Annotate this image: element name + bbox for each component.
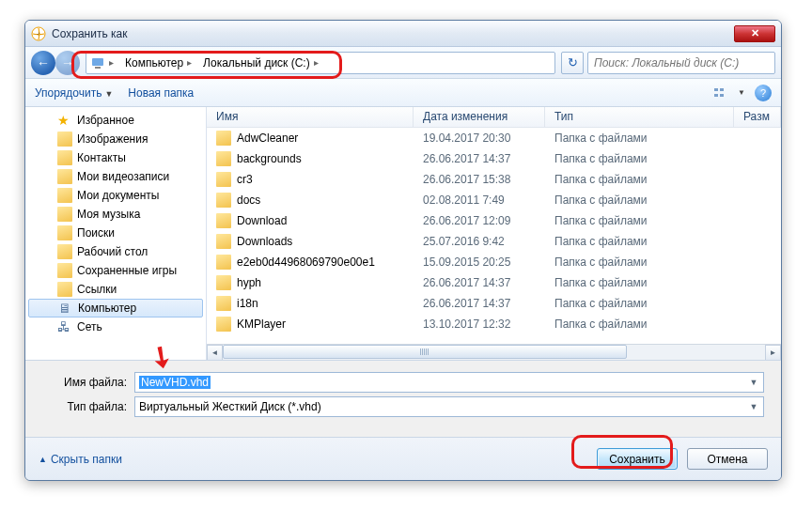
list-item[interactable]: e2eb0d44968069790e00e115.09.2015 20:25Па… xyxy=(207,252,781,272)
list-header[interactable]: Имя Дата изменения Тип Разм xyxy=(207,107,781,128)
title-bar[interactable]: Сохранить как ✕ xyxy=(25,21,781,47)
file-name: hyph xyxy=(237,276,261,289)
tree-label: Ссылки xyxy=(77,283,117,296)
tree-item-11[interactable]: 🖧Сеть xyxy=(25,317,206,336)
list-item[interactable]: Download26.06.2017 12:09Папка с файлами xyxy=(207,210,781,231)
list-item[interactable]: backgrounds26.06.2017 14:37Папка с файла… xyxy=(207,148,781,169)
file-name: docs xyxy=(237,194,260,207)
scroll-left[interactable]: ◄ xyxy=(207,345,223,361)
refresh-button[interactable]: ↻ xyxy=(561,52,584,74)
nav-bar: ← → ▸ Компьютер▸ Локальный диск (C:)▸ ↻ xyxy=(25,47,781,79)
file-name: AdwCleaner xyxy=(237,132,298,145)
list-item[interactable]: hyph26.06.2017 14:37Папка с файлами xyxy=(207,272,781,293)
file-name: cr3 xyxy=(237,173,253,186)
file-date: 13.10.2017 12:32 xyxy=(414,317,545,331)
tree-label: Мои документы xyxy=(77,189,159,202)
folder-icon xyxy=(57,169,72,184)
tree-label: Изображения xyxy=(77,132,148,146)
tree-item-3[interactable]: Мои видеозаписи xyxy=(25,167,206,186)
folder-icon xyxy=(216,213,231,228)
cancel-button[interactable]: Отмена xyxy=(687,448,768,470)
folder-icon xyxy=(57,263,72,278)
svg-rect-1 xyxy=(92,58,103,66)
tree-item-7[interactable]: Рабочий стол xyxy=(25,242,206,261)
help-button[interactable]: ? xyxy=(755,85,772,101)
file-name: e2eb0d44968069790e00e1 xyxy=(237,256,375,269)
list-item[interactable]: AdwCleaner19.04.2017 20:30Папка с файлам… xyxy=(207,128,781,148)
filename-value[interactable]: NewVHD.vhd xyxy=(139,376,211,389)
file-date: 26.06.2017 15:38 xyxy=(414,173,545,186)
list-item[interactable]: KMPlayer13.10.2017 12:32Папка с файлами xyxy=(207,314,781,334)
file-type: Папка с файлами xyxy=(545,256,734,269)
folder-icon xyxy=(216,255,231,270)
breadcrumb[interactable]: ▸ Компьютер▸ Локальный диск (C:)▸ xyxy=(86,52,555,74)
filename-field[interactable]: NewVHD.vhd ▼ xyxy=(134,372,764,393)
filetype-label: Тип файла: xyxy=(42,400,127,413)
tree-item-5[interactable]: Моя музыка xyxy=(25,205,206,224)
folder-icon xyxy=(216,193,231,208)
scroll-thumb[interactable] xyxy=(223,345,627,359)
back-button[interactable]: ← xyxy=(31,51,55,75)
filename-dropdown[interactable]: ▼ xyxy=(746,375,761,390)
list-item[interactable]: docs02.08.2011 7:49Папка с файлами xyxy=(207,190,781,210)
list-item[interactable]: Downloads25.07.2016 9:42Папка с файлами xyxy=(207,231,781,252)
folder-tree[interactable]: ★ИзбранноеИзображенияКонтактыМои видеоза… xyxy=(25,107,207,360)
filetype-dropdown[interactable]: ▼ xyxy=(746,399,761,414)
file-list: Имя Дата изменения Тип Разм AdwCleaner19… xyxy=(207,107,781,360)
footer: ▲Скрыть папки Сохранить Отмена xyxy=(25,437,781,480)
crumb-computer[interactable]: Компьютер▸ xyxy=(121,53,199,73)
computer-icon[interactable]: ▸ xyxy=(86,53,121,73)
file-date: 25.07.2016 9:42 xyxy=(414,235,545,248)
tree-label: Сохраненные игры xyxy=(77,264,177,277)
file-name: Downloads xyxy=(237,235,292,248)
tree-item-8[interactable]: Сохраненные игры xyxy=(25,261,206,280)
tree-item-10[interactable]: 🖥Компьютер xyxy=(28,299,203,317)
svg-rect-4 xyxy=(714,94,718,97)
file-date: 15.09.2015 20:25 xyxy=(414,256,545,269)
tree-label: Избранное xyxy=(77,114,134,127)
file-type: Папка с файлами xyxy=(545,132,734,145)
forward-button[interactable]: → xyxy=(55,51,80,75)
list-item[interactable]: cr326.06.2017 15:38Папка с файлами xyxy=(207,169,781,190)
list-item[interactable]: i18n26.06.2017 14:37Папка с файлами xyxy=(207,293,781,314)
file-type: Папка с файлами xyxy=(545,317,734,331)
tree-label: Компьютер xyxy=(78,302,136,315)
tree-item-9[interactable]: Ссылки xyxy=(25,280,206,299)
filename-label: Имя файла: xyxy=(42,376,127,389)
search-box[interactable] xyxy=(587,52,775,74)
window-title: Сохранить как xyxy=(52,27,127,40)
new-folder-button[interactable]: Новая папка xyxy=(128,86,194,100)
file-type: Папка с файлами xyxy=(545,173,734,186)
tree-item-2[interactable]: Контакты xyxy=(25,148,206,167)
network-icon: 🖧 xyxy=(57,319,72,334)
folder-icon xyxy=(57,225,72,240)
folder-icon xyxy=(216,296,231,311)
scroll-right[interactable]: ► xyxy=(765,345,781,361)
header-date[interactable]: Дата изменения xyxy=(414,107,545,127)
computer-icon: 🖥 xyxy=(58,301,73,316)
crumb-local-disk[interactable]: Локальный диск (C:)▸ xyxy=(199,53,326,73)
file-name: backgrounds xyxy=(237,152,302,165)
save-as-dialog: Сохранить как ✕ ← → ▸ Компьютер▸ Локальн… xyxy=(24,20,782,481)
tree-label: Поиски xyxy=(77,226,115,240)
tree-item-1[interactable]: Изображения xyxy=(25,130,206,148)
close-button[interactable]: ✕ xyxy=(734,25,775,42)
toolbar: Упорядочить▼ Новая папка ▼ ? xyxy=(25,79,781,107)
tree-item-0[interactable]: ★Избранное xyxy=(25,111,206,130)
header-size[interactable]: Разм xyxy=(734,107,781,127)
filetype-field[interactable]: Виртуальный Жесткий Диск (*.vhd) ▼ xyxy=(134,396,764,417)
save-button[interactable]: Сохранить xyxy=(597,448,678,470)
folder-icon xyxy=(216,131,231,146)
header-type[interactable]: Тип xyxy=(545,107,734,127)
organize-menu[interactable]: Упорядочить▼ xyxy=(35,86,113,100)
view-options-button[interactable]: ▼ xyxy=(713,86,745,100)
header-name[interactable]: Имя xyxy=(207,107,414,127)
hide-folders-link[interactable]: ▲Скрыть папки xyxy=(39,453,122,466)
folder-icon xyxy=(216,275,231,290)
filetype-value: Виртуальный Жесткий Диск (*.vhd) xyxy=(139,400,321,413)
tree-item-6[interactable]: Поиски xyxy=(25,224,206,242)
file-name: KMPlayer xyxy=(237,317,286,331)
tree-item-4[interactable]: Мои документы xyxy=(25,186,206,205)
horizontal-scrollbar[interactable]: ◄ ► xyxy=(207,344,781,360)
search-input[interactable] xyxy=(594,56,769,70)
